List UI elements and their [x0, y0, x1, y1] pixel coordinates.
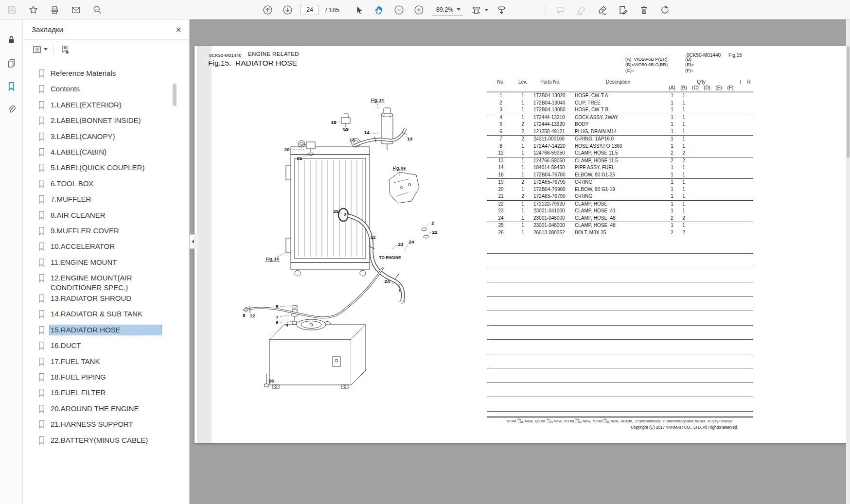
diagram-callout-number: 5 [276, 304, 279, 309]
blank-rule-line [487, 382, 753, 383]
panel-toolbar-divider [53, 44, 54, 55]
chevron-down-icon [44, 48, 48, 51]
bookmark-item-label: 11.ENGINE MOUNT [49, 257, 162, 268]
bookmark-item-label: 2.LABEL(BONNET INSIDE) [49, 115, 162, 126]
bookmark-icon [38, 85, 45, 94]
bookmark-item[interactable]: 18.FUEL PIPING [38, 372, 189, 387]
doc-section-title: ENGINE RELATED [248, 51, 299, 57]
bookmark-item[interactable]: 22.BATTERY(MINUS CABLE) [38, 435, 189, 451]
diagram-callout-number: 4 [285, 322, 288, 328]
close-panel-button[interactable]: × [176, 25, 181, 35]
bookmark-item-label: Contents [49, 84, 162, 94]
new-bookmark-button[interactable] [59, 43, 71, 56]
bookmark-icon [38, 258, 45, 267]
blank-rule-line [487, 325, 753, 326]
attachments-tab-button[interactable] [5, 103, 18, 116]
bookmarks-tab-button[interactable] [5, 80, 18, 92]
bookmark-item[interactable]: 10.ACCELERATOR [38, 241, 189, 257]
bookmark-item[interactable]: 14.RADIATOR & SUB TANK [38, 309, 189, 324]
diagram-label: Fig. 89 [393, 166, 406, 171]
bookmark-icon [38, 341, 45, 350]
bookmark-item[interactable]: 7.MUFFLER [38, 194, 189, 209]
fit-width-button[interactable] [469, 3, 483, 17]
save-button[interactable] [5, 3, 18, 17]
bookmark-item[interactable]: 4.LABEL(CABIN) [38, 147, 189, 162]
bookmark-item[interactable]: 19.FUEL FILTER [38, 387, 189, 403]
bookmark-item[interactable]: 2.LABEL(BONNET INSIDE) [38, 115, 189, 131]
bookmark-options-button[interactable] [31, 43, 49, 56]
cursor-icon [354, 5, 364, 15]
next-page-button[interactable] [281, 3, 294, 17]
hand-icon [374, 5, 384, 15]
redo-button[interactable] [658, 3, 672, 17]
comment-icon [555, 5, 566, 15]
zoom-level-select[interactable]: 89,2% [432, 4, 463, 16]
hand-tool-button[interactable] [372, 3, 386, 17]
panel-header: Закладки × [23, 19, 189, 40]
bookmark-item[interactable]: 3.LABEL(CANOPY) [38, 131, 189, 147]
page-fit-select[interactable] [469, 3, 488, 17]
chevron-down-icon [484, 9, 488, 11]
blank-rule-line [487, 354, 753, 354]
bookmark-item[interactable]: 8.AIR CLEANER [38, 210, 189, 226]
delete-button[interactable] [637, 3, 651, 17]
blank-rule-line [487, 368, 753, 368]
diagram-callout-number: 2 [431, 220, 434, 226]
bookmark-item[interactable]: Contents [38, 84, 189, 99]
bookmark-item[interactable]: 13.RADIATOR SHROUD [38, 293, 189, 309]
bookmark-item[interactable]: 16.DUCT [38, 340, 189, 356]
bookmark-icon [38, 274, 45, 283]
footer-rule [487, 417, 753, 417]
legend-item: S:OldNo→←NoNew, [593, 418, 619, 423]
bookmarks-scrollbar[interactable] [173, 84, 177, 106]
zoom-out-button[interactable] [392, 3, 406, 17]
zoom-in-button[interactable] [412, 3, 426, 17]
select-tool-button[interactable] [353, 3, 366, 17]
bookmark-item[interactable]: 12.ENGINE MOUNT(AIR CONDITIONER SPEC.) [38, 273, 189, 293]
bookmark-icon [6, 81, 17, 91]
print-button[interactable] [48, 3, 61, 17]
bookmark-icon [38, 101, 45, 110]
previous-page-button[interactable] [261, 3, 274, 17]
diagram-callout-number: 12 [250, 313, 255, 318]
protection-tab-button[interactable] [5, 33, 18, 46]
bookmark-item-label: 18.FUEL PIPING [49, 372, 162, 382]
diagram-callout-number: 21 [297, 156, 302, 161]
bookmark-item[interactable]: 6.TOOL BOX [38, 178, 189, 194]
scroll-mode-button[interactable] [495, 3, 508, 17]
page-number-input[interactable] [301, 5, 319, 15]
bookmark-item-label: 1.LABEL(EXTERIOR) [49, 100, 162, 110]
bookmark-icon [38, 226, 45, 236]
bookmark-item[interactable]: 15.RADIATOR HOSE [38, 325, 189, 340]
scrolling-icon [496, 5, 507, 15]
sign-button[interactable] [595, 3, 609, 17]
bookmark-item[interactable]: 1.LABEL(EXTERIOR) [38, 100, 189, 115]
legend-item: K:Q'ty Change [708, 419, 732, 423]
email-button[interactable] [69, 3, 83, 17]
bookmark-item[interactable]: Reference Materials [38, 68, 189, 84]
bookmark-item[interactable]: 9.MUFFLER COVER [38, 226, 189, 241]
bookmark-item[interactable]: 11.ENGINE MOUNT [38, 257, 189, 273]
bookmark-item-label: 13.RADIATOR SHROUD [49, 293, 162, 304]
bookmark-item[interactable]: 17.FUEL TANK [38, 356, 189, 372]
blank-rule-line [487, 339, 753, 340]
collapse-panel-button[interactable] [190, 234, 196, 249]
bookmark-item-label: 19.FUEL FILTER [49, 387, 162, 398]
bookmark-item-label: 7.MUFFLER [49, 194, 162, 205]
bookmark-icon [38, 404, 45, 414]
highlight-button[interactable] [574, 3, 588, 17]
star-button[interactable] [26, 3, 40, 17]
document-scrollbar[interactable] [846, 19, 850, 504]
comment-button[interactable] [553, 3, 567, 17]
diagram-callout-number: 22 [432, 229, 438, 235]
search-button[interactable] [90, 3, 104, 17]
page-thumbnails-tab-button[interactable] [5, 56, 18, 69]
bookmark-item[interactable]: 5.LABEL(QUICK COUPLER) [38, 162, 189, 178]
edit-page-button[interactable] [616, 3, 630, 17]
bookmark-icon [38, 69, 45, 78]
bookmarks-panel: Закладки × Reference MaterialsContents1.… [23, 19, 190, 504]
document-scrollbar-thumb[interactable] [847, 46, 850, 158]
bookmark-item[interactable]: 21.HARNESS SUPPORT [38, 419, 189, 434]
bookmark-item[interactable]: 20.AROUND THE ENGINE [38, 403, 189, 419]
diagram-callout-number: 23 [398, 242, 404, 247]
